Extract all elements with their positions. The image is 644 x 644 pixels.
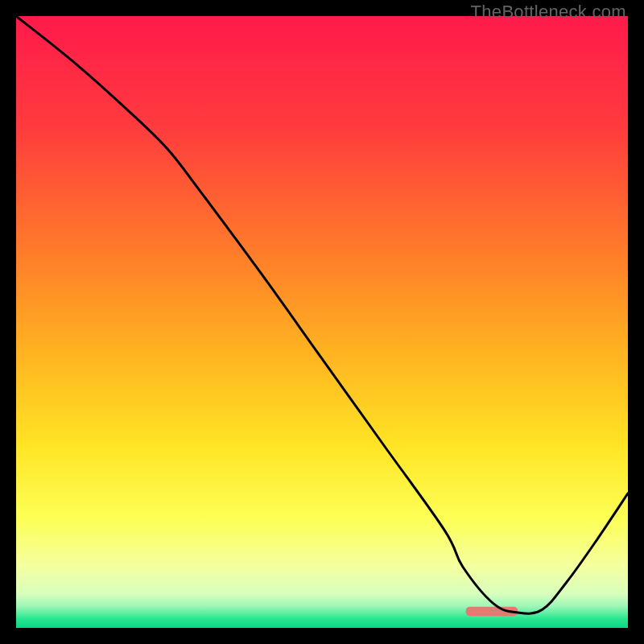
gradient-background (16, 16, 628, 628)
watermark-text: TheBottleneck.com (471, 2, 626, 23)
chart-frame: TheBottleneck.com (0, 0, 644, 644)
chart-plot-area (16, 16, 628, 628)
chart-svg (16, 16, 628, 628)
